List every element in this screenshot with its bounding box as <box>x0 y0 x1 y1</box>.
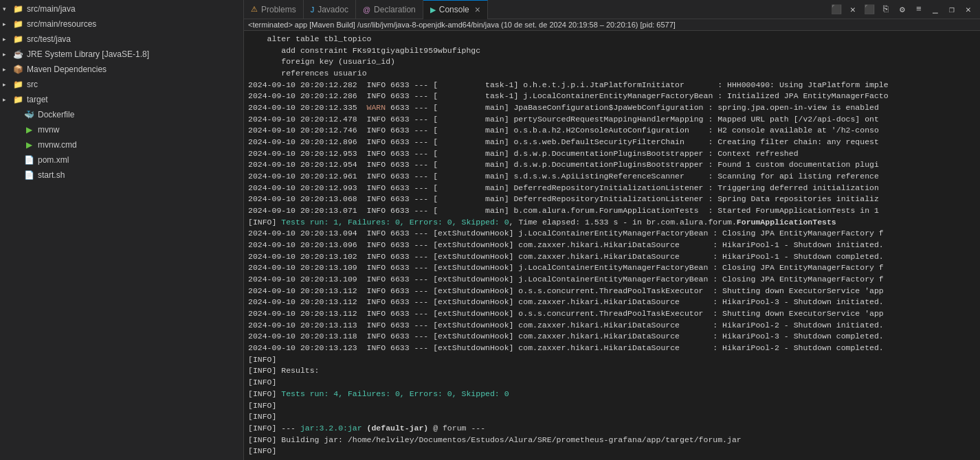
sidebar-item-target[interactable]: ▸ 📁 target <box>0 92 243 107</box>
tree-arrow: ▸ <box>3 36 12 43</box>
settings-icon[interactable]: ⚙ <box>895 2 910 17</box>
log-line: 2024-09-10 20:20:12.961 INFO 6633 --- [ … <box>248 171 976 183</box>
file-icon: 📄 <box>23 170 34 181</box>
right-panel: ⚠ProblemsJJavadoc@Declaration▶Console×⬛✕… <box>244 0 980 460</box>
tree-arrow: ▸ <box>3 96 12 103</box>
tab-console[interactable]: ▶Console× <box>423 0 488 19</box>
tab-icon: J <box>311 5 315 14</box>
sidebar-item-src[interactable]: ▸ 📁 src <box>0 77 243 92</box>
tab-label: Javadoc <box>318 5 348 14</box>
toolbar-icons: ⬛✕⬛⎘⚙≡⎯❐✕ <box>829 2 980 17</box>
stop-icon[interactable]: ⬛ <box>829 2 844 17</box>
menu-icon[interactable]: ≡ <box>911 2 926 17</box>
minimize-icon[interactable]: ⎯ <box>928 2 943 17</box>
sidebar-item-jre-system[interactable]: ▸ ☕ JRE System Library [JavaSE-1.8] <box>0 47 243 62</box>
block-icon[interactable]: ⬛ <box>862 2 877 17</box>
sidebar-item-pom-xml[interactable]: 📄 pom.xml <box>0 152 243 168</box>
console-output: alter table tbl_topico add constraint FK… <box>244 31 980 460</box>
log-line: 2024-09-10 20:20:13.118 INFO 6633 --- [e… <box>248 331 976 343</box>
log-line: 2024-09-10 20:20:12.478 INFO 6633 --- [ … <box>248 114 976 126</box>
tree-item-label: src/test/java <box>27 34 71 44</box>
sidebar-item-dockerfile[interactable]: 🐳 Dockerfile <box>0 107 243 122</box>
tree-arrow: ▾ <box>3 5 12 12</box>
tree-item-label: Dockerfile <box>38 110 74 119</box>
log-line: 2024-09-10 20:20:13.068 INFO 6633 --- [ … <box>248 194 976 205</box>
tree-arrow: ▸ <box>3 81 12 88</box>
log-line: 2024-09-10 20:20:13.109 INFO 6633 --- [e… <box>248 262 976 274</box>
log-line: 2024-09-10 20:20:12.953 INFO 6633 --- [ … <box>248 148 976 160</box>
log-line: 2024-09-10 20:20:12.335 WARN 6633 --- [ … <box>248 102 976 114</box>
tab-icon: ⚠ <box>251 5 258 14</box>
log-line: 2024-09-10 20:20:12.993 INFO 6633 --- [ … <box>248 183 976 194</box>
close-icon[interactable]: ✕ <box>961 2 976 17</box>
sidebar-item-src-main-resources[interactable]: ▸ 📁 src/main/resources <box>0 16 243 32</box>
file-icon: 📦 <box>12 64 23 75</box>
file-explorer: ▾ 📁 src/main/java ▸ 📁 src/main/resources… <box>0 0 244 460</box>
file-icon: ▶ <box>23 139 34 150</box>
file-icon: 📁 <box>12 94 23 105</box>
tree-item-label: JRE System Library [JavaSE-1.8] <box>27 49 149 59</box>
file-icon: 📁 <box>12 34 23 45</box>
tab-close-btn[interactable]: × <box>475 5 480 14</box>
sidebar-item-mvnw[interactable]: ▶ mvnw <box>0 122 243 137</box>
tab-label: Console <box>439 5 469 14</box>
log-line: 2024-09-10 20:20:13.102 INFO 6633 --- [e… <box>248 251 976 263</box>
log-line: 2024-09-10 20:20:12.286 INFO 6633 --- [ … <box>248 91 976 102</box>
file-icon: 📁 <box>12 79 23 90</box>
tree-item-label: pom.xml <box>38 155 69 165</box>
file-icon: 🐳 <box>23 109 34 120</box>
log-line: 2024-09-10 20:20:13.112 INFO 6633 --- [e… <box>248 308 976 320</box>
tab-declaration[interactable]: @Declaration <box>356 0 423 19</box>
tab-javadoc[interactable]: JJavadoc <box>304 0 356 19</box>
log-line: [INFO] <box>248 411 976 423</box>
terminate-icon[interactable]: ✕ <box>845 2 860 17</box>
log-line: foreign key (usuario_id) <box>248 56 976 68</box>
log-line: [INFO] <box>248 377 976 389</box>
tree-item-label: src/main/resources <box>27 19 96 29</box>
log-line: 2024-09-10 20:20:13.112 INFO 6633 --- [e… <box>248 286 976 297</box>
log-line: 2024-09-10 20:20:13.112 INFO 6633 --- [e… <box>248 297 976 308</box>
tree-arrow: ▸ <box>3 66 12 73</box>
sidebar-item-src-main-java[interactable]: ▾ 📁 src/main/java <box>0 1 243 16</box>
log-line: 2024-09-10 20:20:12.954 INFO 6633 --- [ … <box>248 159 976 171</box>
tab-icon: ▶ <box>430 5 436 14</box>
sidebar-item-maven-deps[interactable]: ▸ 📦 Maven Dependencies <box>0 62 243 77</box>
file-icon: ☕ <box>12 49 23 60</box>
terminated-bar: <terminated> app [Maven Build] /usr/lib/… <box>244 19 980 31</box>
tab-icon: @ <box>363 5 370 14</box>
tree-item-label: Maven Dependencies <box>27 65 107 74</box>
log-line: [INFO] Tests run: 4, Failures: 0, Errors… <box>248 389 976 400</box>
sidebar-item-start-sh[interactable]: 📄 start.sh <box>0 168 243 183</box>
file-icon: 📁 <box>12 19 23 30</box>
tab-label: Problems <box>261 5 296 14</box>
copy-icon[interactable]: ⎘ <box>878 2 893 17</box>
log-line: 2024-09-10 20:20:13.113 INFO 6633 --- [e… <box>248 320 976 332</box>
tree-item-label: src <box>27 80 38 89</box>
log-line: 2024-09-10 20:20:13.096 INFO 6633 --- [e… <box>248 240 976 251</box>
tab-label: Declaration <box>374 5 416 14</box>
file-icon: 📁 <box>12 3 23 14</box>
log-line: 2024-09-10 20:20:13.094 INFO 6633 --- [e… <box>248 228 976 240</box>
log-line: [INFO] <box>248 354 976 366</box>
tree-item-label: src/main/java <box>27 4 76 14</box>
tree-arrow: ▸ <box>3 21 12 27</box>
log-line: alter table tbl_topico <box>248 34 976 45</box>
log-line: 2024-09-10 20:20:12.896 INFO 6633 --- [ … <box>248 137 976 148</box>
log-line: [INFO] <box>248 400 976 412</box>
sidebar-item-mvnw-cmd[interactable]: ▶ mvnw.cmd <box>0 137 243 152</box>
tree-item-label: start.sh <box>38 170 65 180</box>
log-line: 2024-09-10 20:20:13.123 INFO 6633 --- [e… <box>248 343 976 354</box>
log-line: [INFO] Results: <box>248 365 976 377</box>
tab-bar: ⚠ProblemsJJavadoc@Declaration▶Console×⬛✕… <box>244 0 980 19</box>
log-line: [INFO] Building jar: /home/helviley/Docu… <box>248 435 976 446</box>
log-line: references usuario <box>248 68 976 80</box>
log-line: 2024-09-10 20:20:13.109 INFO 6633 --- [e… <box>248 274 976 286</box>
log-line: [INFO] Tests run: 1, Failures: 0, Errors… <box>248 217 976 229</box>
sidebar-item-src-test-java[interactable]: ▸ 📁 src/test/java <box>0 32 243 47</box>
tree-item-label: target <box>27 95 48 104</box>
tree-item-label: mvnw.cmd <box>38 140 77 150</box>
log-line: 2024-09-10 20:20:12.746 INFO 6633 --- [ … <box>248 125 976 137</box>
maximize-icon[interactable]: ❐ <box>944 2 959 17</box>
tree-arrow: ▸ <box>3 51 12 58</box>
tab-problems[interactable]: ⚠Problems <box>244 0 304 19</box>
